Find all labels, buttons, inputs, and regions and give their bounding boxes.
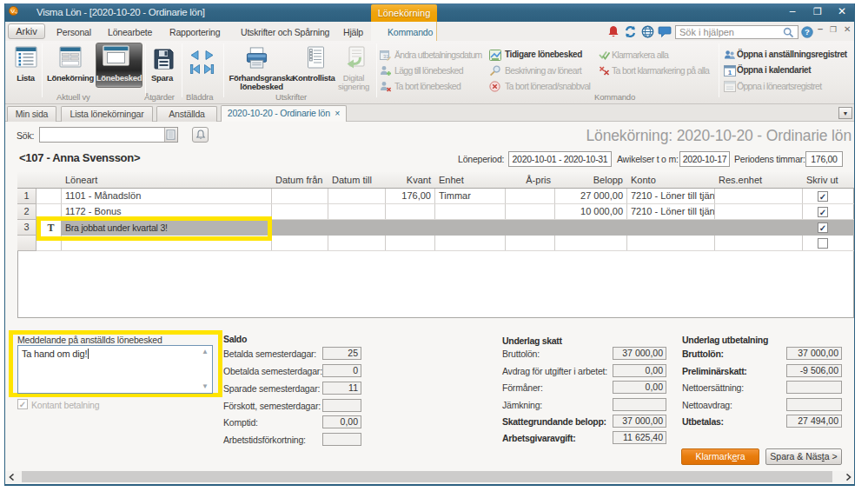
svg-text:1: 1 [728, 69, 732, 76]
svg-text:?: ? [805, 27, 810, 37]
